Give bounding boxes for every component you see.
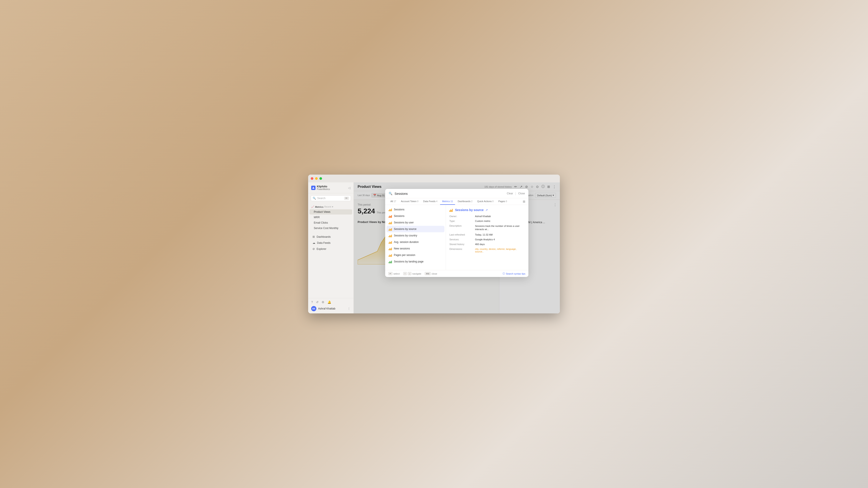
data-feeds-label: Data Feeds — [317, 241, 331, 245]
list-item-new-sessions-label: New sessions — [394, 247, 410, 250]
tab-all[interactable]: All 17 — [388, 198, 398, 205]
tab-dashboards[interactable]: Dashboards 2 — [456, 198, 474, 205]
tab-data-feeds-label: Data Feeds — [423, 200, 436, 202]
product-views-label: Product Views — [314, 210, 330, 214]
help-icon[interactable]: ? — [311, 300, 313, 304]
tab-dashboards-label: Dashboards — [458, 200, 470, 202]
trending-icon: 📈 — [311, 205, 314, 208]
bar-chart-icon-6 — [389, 240, 392, 244]
metrics-label: Metrics — [315, 206, 323, 208]
tab-metrics-label: Metrics — [442, 200, 450, 202]
sidebar-search-box[interactable]: 🔍 Search ⌘/ — [311, 195, 351, 201]
dashboards-icon: ⊞ — [312, 235, 315, 238]
detail-dimensions-key: Dimensions: — [450, 248, 473, 253]
detail-history-key: Stored history: — [450, 243, 473, 246]
close-label: close — [432, 272, 437, 275]
sidebar-item-explorer[interactable]: ⊘ Explorer — [309, 246, 352, 252]
detail-dimensions-val: city, country, device, referrer, languag… — [475, 248, 525, 253]
notifications-icon[interactable]: 🔔 — [328, 300, 331, 304]
tab-pages[interactable]: Pages 0 — [496, 198, 509, 205]
bar-chart-icon-2 — [389, 214, 392, 218]
user-avatar: AK — [311, 306, 316, 311]
sidebar-item-mrr[interactable]: MRR — [309, 215, 352, 220]
detail-services-val: Google Analytics 4 — [475, 238, 525, 241]
detail-description-key: Description: — [450, 225, 473, 231]
search-placeholder: Search — [317, 197, 343, 200]
bar-chart-icon-3 — [389, 221, 392, 224]
external-link-icon[interactable]: ↗ — [486, 208, 488, 212]
email-clicks-label: Email Clicks — [314, 221, 328, 224]
tab-quick-actions-count: 0 — [492, 200, 494, 202]
list-item-avg-session[interactable]: Avg. session duration — [386, 239, 444, 245]
bar-chart-icon — [389, 208, 392, 211]
sidebar-item-service-cost[interactable]: Service Cost Monthly — [309, 226, 352, 231]
sidebar-item-dashboards[interactable]: ⊞ Dashboards — [309, 234, 352, 240]
tab-data-feeds[interactable]: Data Feeds 4 — [421, 198, 440, 205]
user-initials: AK — [312, 307, 315, 310]
app-body: Klipfolio PowerMetrics ◁ 🔍 Search ⌘/ 📈 M… — [308, 183, 560, 314]
sidebar-item-product-views[interactable]: Product Views — [309, 209, 352, 215]
sidebar-metrics-section: 📈 Metrics Recent ▾ Product Views MRR Ema… — [308, 203, 353, 232]
down-key: ↓ — [408, 272, 411, 275]
bar-chart-icon-5 — [389, 234, 392, 237]
separator: | — [515, 192, 516, 195]
search-modal: 🔍 Clear | Close All 17 Account Toke — [385, 189, 528, 277]
list-item-sessions-1[interactable]: Sessions — [386, 206, 444, 213]
refresh-icon[interactable]: ↺ — [316, 300, 318, 304]
list-item-new-sessions[interactable]: New sessions — [386, 245, 444, 252]
recent-label: Recent — [324, 206, 331, 208]
list-item-sessions-by-landing[interactable]: Sessions by landing page — [386, 258, 444, 265]
list-item-sessions-by-country[interactable]: Sessions by country — [386, 232, 444, 239]
sidebar-metrics-header[interactable]: 📈 Metrics Recent ▾ — [308, 204, 353, 209]
detail-bar-icon — [450, 208, 453, 212]
titlebar — [308, 174, 560, 183]
select-hint: ↵ select — [388, 272, 400, 275]
user-row[interactable]: AK Ashraf Khattab ⋮ — [311, 306, 350, 311]
modal-search-bar: 🔍 Clear | Close — [385, 189, 528, 198]
search-tips-link[interactable]: ⓘ Search syntax tips — [503, 272, 525, 275]
tab-account-token[interactable]: Account Token 0 — [399, 198, 421, 205]
settings-icon[interactable]: ⚙ — [321, 300, 324, 304]
sidebar-collapse-button[interactable]: ◁ — [348, 186, 350, 190]
tab-pages-count: 0 — [506, 200, 507, 202]
list-item-sessions-2[interactable]: Sessions — [386, 213, 444, 219]
list-item-pages-per-session[interactable]: Pages per session — [386, 252, 444, 258]
user-more-button[interactable]: ⋮ — [347, 307, 350, 311]
sidebar-item-email-clicks[interactable]: Email Clicks — [309, 220, 352, 225]
search-overlay[interactable]: 🔍 Clear | Close All 17 Account Toke — [354, 183, 560, 314]
tab-all-count: 17 — [394, 200, 396, 202]
detail-services-row: Services: Google Analytics 4 — [450, 238, 525, 241]
detail-owner-val: Ashraf Khattab — [475, 215, 525, 218]
tab-dashboards-count: 2 — [471, 200, 473, 202]
tab-quick-actions[interactable]: Quick Actions 0 — [475, 198, 496, 205]
maximize-button[interactable] — [319, 177, 322, 180]
clear-button[interactable]: Clear — [507, 192, 513, 195]
detail-history-row: Stored history: 460 days — [450, 243, 525, 246]
detail-dimensions-row: Dimensions: city, country, device, refer… — [450, 248, 525, 253]
list-item-sessions-by-source[interactable]: Sessions by source — [386, 226, 444, 232]
list-item-sessions-1-label: Sessions — [394, 208, 404, 211]
search-icon: 🔍 — [313, 197, 316, 200]
list-item-avg-session-label: Avg. session duration — [394, 240, 419, 243]
tab-metrics[interactable]: Metrics 11 — [440, 198, 455, 205]
sidebar-item-data-feeds[interactable]: ☁ Data Feeds — [309, 240, 352, 246]
sidebar-footer: ? ↺ ⚙ 🔔 AK Ashraf Khattab ⋮ — [308, 298, 353, 314]
filter-icon[interactable]: ⊞ — [523, 200, 525, 203]
search-input[interactable] — [395, 192, 504, 195]
data-feeds-icon: ☁ — [312, 241, 315, 245]
close-button[interactable] — [311, 177, 313, 180]
list-item-sessions-by-country-label: Sessions by country — [394, 234, 417, 237]
list-item-sessions-by-landing-label: Sessions by landing page — [394, 260, 424, 263]
sidebar: Klipfolio PowerMetrics ◁ 🔍 Search ⌘/ 📈 M… — [308, 183, 354, 314]
bar-chart-icon-7 — [389, 247, 392, 250]
minimize-button[interactable] — [315, 177, 318, 180]
sidebar-search: 🔍 Search ⌘/ — [308, 193, 353, 203]
detail-type-key: Type: — [450, 220, 473, 222]
modal-footer: ↵ select ↑ ↓ navigate esc close — [385, 270, 528, 277]
navigate-hint: ↑ ↓ navigate — [403, 272, 422, 275]
navigate-label: navigate — [412, 272, 422, 275]
explorer-icon: ⊘ — [312, 247, 315, 251]
bar-chart-icon-4 — [389, 227, 392, 231]
list-item-sessions-by-user[interactable]: Sessions by user — [386, 219, 444, 226]
close-button[interactable]: Close — [518, 192, 525, 195]
